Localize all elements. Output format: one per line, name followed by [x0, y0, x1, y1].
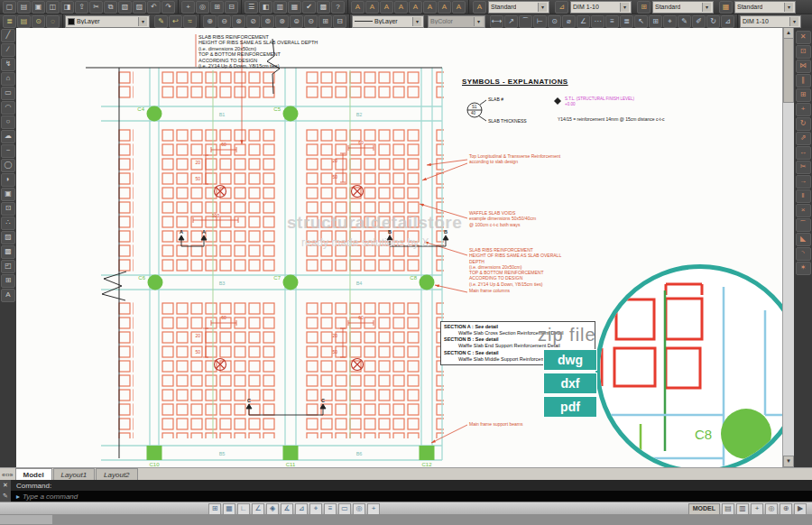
- pan-status-icon[interactable]: +: [751, 503, 763, 515]
- grid-toggle[interactable]: ▦: [223, 503, 235, 515]
- layer-copy-icon[interactable]: ⊟: [333, 15, 346, 28]
- open-file-icon[interactable]: ▤: [17, 1, 31, 14]
- fillet-icon[interactable]: ◝: [796, 247, 811, 261]
- break-icon[interactable]: ‖: [796, 189, 811, 203]
- angular-dimension-icon[interactable]: ∠: [577, 15, 590, 28]
- ducs-toggle[interactable]: ⊿: [295, 503, 308, 515]
- tool-palettes-icon[interactable]: ▥: [273, 1, 287, 14]
- array-icon[interactable]: ⊞: [796, 88, 811, 102]
- rotate-icon[interactable]: ↻: [796, 117, 811, 131]
- multileader-style-dropdown[interactable]: Standard ▾: [734, 1, 796, 14]
- circle-icon[interactable]: ○: [1, 115, 15, 129]
- quick-view-drawings-icon[interactable]: ▥: [736, 503, 749, 515]
- text-style-dropdown[interactable]: Standard ▾: [488, 1, 549, 14]
- arc-icon[interactable]: ◠: [1, 101, 15, 115]
- table-style-dropdown[interactable]: Standard ▾: [652, 1, 714, 14]
- format-badge[interactable]: pdf: [543, 396, 597, 418]
- plot-icon[interactable]: ◫: [46, 1, 60, 14]
- copy-object-icon[interactable]: ⊡: [796, 45, 811, 59]
- ellipse-arc-icon[interactable]: ◗: [1, 173, 15, 187]
- dimension-style-icon[interactable]: ⊿: [555, 1, 568, 14]
- layer-previous-icon[interactable]: ↩: [169, 15, 182, 28]
- construction-line-icon[interactable]: ∕: [1, 43, 15, 57]
- command-grip-icon[interactable]: ✎: [0, 491, 11, 502]
- find-text-icon[interactable]: A: [409, 1, 422, 14]
- zoom-previous-icon[interactable]: ⊟: [225, 1, 238, 14]
- break-at-point-icon[interactable]: ×: [796, 204, 811, 217]
- aligned-dimension-icon[interactable]: ↗: [504, 15, 518, 28]
- layer-freeze-icon[interactable]: ⊕: [203, 15, 217, 28]
- erase-icon[interactable]: ✕: [796, 31, 811, 44]
- pan-icon[interactable]: +: [181, 1, 195, 14]
- scale-icon[interactable]: ⇗: [796, 132, 811, 145]
- line-icon[interactable]: ╱: [1, 29, 15, 42]
- layer-states-icon[interactable]: ▤: [17, 15, 31, 28]
- quick-leader-icon[interactable]: ↖: [634, 15, 648, 28]
- paste-icon[interactable]: ▧: [118, 1, 132, 14]
- layer-lock-icon[interactable]: ⊗: [232, 15, 245, 28]
- trim-icon[interactable]: ✂: [796, 161, 811, 174]
- layer-unlock-icon[interactable]: ⊘: [246, 15, 260, 28]
- lwt-toggle[interactable]: ≡: [324, 503, 337, 515]
- undo-icon[interactable]: ↶: [147, 1, 161, 14]
- make-object-layer-current-icon[interactable]: ✎: [154, 15, 168, 28]
- format-badge[interactable]: dxf: [543, 373, 597, 394]
- mirror-icon[interactable]: ⋈: [796, 60, 811, 73]
- center-mark-icon[interactable]: ⌖: [663, 15, 677, 28]
- hatch-icon[interactable]: ▨: [1, 231, 15, 244]
- layer-merge-icon[interactable]: ⊜: [290, 15, 303, 28]
- region-icon[interactable]: ◰: [1, 260, 15, 273]
- vertical-scrollbar[interactable]: ▲ ▼: [782, 27, 794, 467]
- match-properties-icon[interactable]: ▨: [133, 1, 146, 14]
- arc-length-dimension-icon[interactable]: ⌒: [519, 15, 532, 28]
- dimension-edit-icon[interactable]: ✎: [678, 15, 691, 28]
- join-icon[interactable]: ⌒: [796, 218, 811, 232]
- chevron-down-icon[interactable]: ▾: [620, 3, 629, 12]
- plot-preview-icon[interactable]: ◨: [60, 1, 74, 14]
- layer-thaw-icon[interactable]: ⊖: [217, 15, 231, 28]
- insert-block-icon[interactable]: ▣: [1, 188, 15, 201]
- chevron-down-icon[interactable]: ▾: [702, 3, 711, 12]
- sheet-set-manager-icon[interactable]: ▦: [288, 1, 301, 14]
- ordinate-dimension-icon[interactable]: ⊢: [533, 15, 547, 28]
- dimension-style-manager-icon[interactable]: ⊿: [721, 15, 734, 28]
- move-icon[interactable]: +: [796, 103, 811, 116]
- sc-toggle[interactable]: ◎: [353, 503, 365, 515]
- linetype-dropdown[interactable]: ByLayer ▾: [352, 15, 424, 28]
- single-line-text-icon[interactable]: A: [380, 1, 393, 14]
- explode-icon[interactable]: ✶: [796, 262, 811, 275]
- spell-check-icon[interactable]: A: [452, 1, 466, 14]
- layout-tab[interactable]: Layout2: [96, 468, 137, 481]
- scrollbar-thumb[interactable]: [783, 38, 794, 103]
- table-style-icon[interactable]: ⊞: [637, 1, 651, 14]
- text-scale-icon[interactable]: A: [423, 1, 437, 14]
- polygon-icon[interactable]: ⌂: [1, 72, 15, 86]
- text-style-manager-icon[interactable]: A: [351, 1, 364, 14]
- qp-toggle[interactable]: ▭: [338, 503, 351, 515]
- otrack-toggle[interactable]: ∡: [281, 503, 293, 515]
- multiline-text-icon[interactable]: A: [365, 1, 379, 14]
- polar-toggle[interactable]: ∠: [252, 503, 264, 515]
- point-icon[interactable]: ∴: [1, 216, 15, 230]
- stretch-icon[interactable]: ↔: [796, 146, 811, 160]
- layer-off-icon[interactable]: ◌: [46, 15, 60, 28]
- ortho-toggle[interactable]: ∟: [237, 503, 250, 515]
- quick-view-layouts-icon[interactable]: ▤: [722, 503, 734, 515]
- save-file-icon[interactable]: ▣: [32, 1, 45, 14]
- chevron-down-icon[interactable]: ▾: [138, 17, 147, 26]
- chevron-down-icon[interactable]: ▾: [538, 3, 547, 12]
- chevron-down-icon[interactable]: ▾: [789, 17, 798, 26]
- layer-dropdown[interactable]: ByLayer ▾: [65, 15, 150, 28]
- text-justify-icon[interactable]: A: [438, 1, 451, 14]
- last-tab-icon[interactable]: »: [10, 472, 14, 478]
- show-motion-icon[interactable]: ▶: [794, 503, 807, 515]
- scroll-down-icon[interactable]: ▼: [783, 456, 794, 467]
- radius-dimension-icon[interactable]: ⊙: [548, 15, 561, 28]
- dyn-toggle[interactable]: ⌖: [309, 503, 322, 515]
- tolerance-icon[interactable]: ⊞: [649, 15, 662, 28]
- layout-tab[interactable]: Model: [15, 468, 52, 481]
- spline-icon[interactable]: ~: [1, 144, 15, 158]
- chamfer-icon[interactable]: ◣: [796, 233, 811, 246]
- format-badge[interactable]: dwg: [543, 349, 597, 371]
- rectangle-icon[interactable]: ▭: [1, 87, 15, 100]
